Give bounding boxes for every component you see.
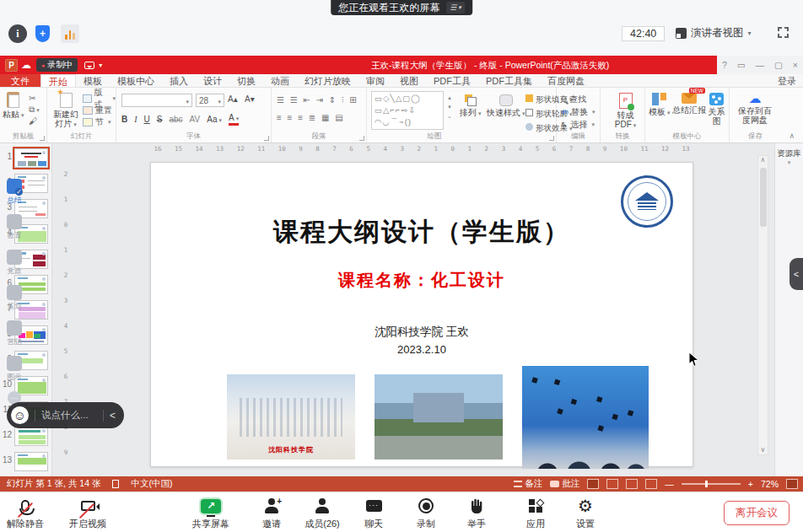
slideshow-view-button[interactable] (645, 479, 657, 489)
reading-view-button[interactable] (626, 479, 638, 489)
meeting-chat-bubble[interactable]: ☺ 说点什么... < (7, 402, 124, 428)
resource-item-marketing[interactable]: 营销 (0, 320, 29, 347)
shapes-gallery[interactable]: ▭◇╲△▢◯ ▭△⌐⌐⇨⇩ ◠◡⌒~() (371, 91, 444, 130)
restore-button[interactable]: ▢ (774, 60, 783, 70)
caret-down-icon[interactable]: ▾ (775, 159, 803, 166)
arrange-button[interactable]: 排列 (460, 94, 482, 117)
new-slide-button[interactable]: 新建幻灯片 (51, 93, 80, 128)
tab-animations[interactable]: 动画 (263, 74, 297, 87)
share-screen-button[interactable]: ↗ 共享屏幕 (181, 496, 241, 530)
font-color-button[interactable]: A (229, 113, 239, 126)
security-shield-icon[interactable]: + (35, 25, 50, 42)
drawing-dialog-launcher[interactable] (549, 136, 554, 141)
cut-button[interactable]: ✂ (29, 93, 40, 104)
underline-button[interactable]: U (144, 115, 150, 124)
bold-button[interactable]: B (121, 115, 127, 124)
normal-view-button[interactable] (587, 479, 599, 489)
slide-thumbnail-1[interactable] (14, 148, 48, 168)
resource-item-diagram[interactable]: 图示 (0, 356, 29, 383)
font-dialog-launcher[interactable] (264, 136, 269, 141)
scroll-up-icon[interactable]: ∧ (761, 156, 766, 164)
paste-button[interactable]: 粘贴 (3, 92, 24, 119)
tab-file[interactable]: 文件 (0, 74, 40, 87)
zoom-slider[interactable] (682, 483, 741, 485)
tab-template-center[interactable]: 模板中心 (110, 74, 162, 87)
quick-styles-button[interactable]: 快速样式 (487, 94, 525, 117)
find-button[interactable]: 查找 (561, 93, 595, 105)
scrollbar-thumb[interactable] (760, 168, 767, 227)
emoji-icon[interactable]: ☺ (11, 406, 29, 424)
template-button[interactable]: 模板 (649, 93, 671, 116)
relation-chart-button[interactable]: 关系图 (704, 93, 729, 126)
grow-font-button[interactable]: A▴ (228, 94, 238, 104)
cloud-save-icon[interactable]: ☁ (21, 59, 31, 71)
copy-button[interactable]: ⧉ (29, 104, 40, 116)
fit-to-window-button[interactable] (786, 479, 798, 489)
section-button[interactable]: 节 (83, 116, 116, 128)
settings-button[interactable]: ⚙ 设置 (555, 496, 616, 530)
minimize-button[interactable]: — (756, 60, 765, 70)
collapse-chat-icon[interactable]: < (110, 410, 116, 422)
select-button[interactable]: ↖选择 (561, 118, 595, 131)
slide-canvas[interactable]: 课程大纲设计（学生版） 课程名称：化工设计 沈阳科技学院 王欢 2023.2.1… (150, 162, 693, 467)
paragraph-row1-icons[interactable]: ☰ ☰ ⇤ ⇥ ⇕ ⫶ ⊞ (277, 95, 358, 105)
notes-button[interactable]: 备注 (514, 478, 542, 490)
slide-scrollbar[interactable]: ∧ ∨ (757, 155, 768, 455)
start-video-button[interactable]: 开启视频 (57, 496, 118, 530)
tab-insert[interactable]: 插入 (162, 74, 196, 87)
thumbnail-row[interactable]: 1 (0, 148, 52, 170)
scroll-down-icon[interactable]: ∨ (758, 446, 768, 454)
resource-item-summary[interactable]: 总结 (0, 179, 29, 206)
resource-item-education[interactable]: 教育 (0, 214, 29, 241)
language-indicator[interactable]: 中文(中国) (131, 478, 172, 490)
network-stats-icon[interactable] (61, 24, 79, 43)
view-mode-selector[interactable]: 演讲者视图 ▾ (676, 26, 752, 40)
thumbnail-row[interactable]: 13 (0, 452, 52, 474)
tab-template[interactable]: 模板 (76, 74, 110, 87)
raise-hand-button[interactable]: 举手 (446, 496, 507, 530)
resource-item-planning[interactable]: 策划 (0, 285, 29, 312)
banner-menu-icon[interactable]: ☰▾ (446, 2, 465, 13)
font-name-combobox[interactable] (121, 94, 192, 107)
help-button[interactable]: ? (722, 60, 727, 70)
login-link[interactable]: 登录 (778, 74, 796, 88)
tab-slideshow[interactable]: 幻灯片放映 (297, 74, 358, 87)
tab-home[interactable]: 开始 (40, 74, 76, 87)
paragraph-dialog-launcher[interactable] (359, 136, 364, 141)
tab-pdf-tools[interactable]: PDF工具 (426, 74, 478, 87)
comments-button[interactable]: 批注 (550, 478, 579, 490)
format-painter-button[interactable]: 🖌 (29, 116, 40, 126)
layout-button[interactable]: 版式 (83, 93, 116, 105)
slide-thumbnail-13[interactable] (14, 452, 48, 471)
char-spacing-button[interactable]: A︎V (190, 115, 201, 124)
zoom-in-button[interactable]: + (748, 479, 753, 489)
comment-quick-icon[interactable] (84, 62, 94, 69)
strikethrough-button[interactable]: abc (169, 115, 182, 124)
collapse-ribbon-button[interactable]: ∧ (789, 132, 795, 140)
fullscreen-icon[interactable] (778, 27, 789, 38)
change-case-button[interactable]: Aa (207, 115, 222, 124)
shadow-button[interactable]: S (157, 115, 163, 124)
leave-meeting-button[interactable]: 离开会议 (724, 501, 790, 525)
italic-button[interactable]: I (134, 115, 137, 124)
tab-baidu-pan[interactable]: 百度网盘 (540, 74, 592, 87)
spellcheck-icon[interactable] (112, 480, 119, 488)
unmute-button[interactable]: 解除静音 (0, 496, 56, 530)
tab-pdf-toolset[interactable]: PDF工具集 (478, 74, 540, 87)
shapes-scroll-buttons[interactable]: ▴▾⌄ (445, 93, 454, 121)
thumbnail-row[interactable]: 12 (0, 427, 52, 449)
meeting-info-icon[interactable]: i (8, 24, 27, 43)
summary-report-button[interactable]: NEW 总结汇报 (672, 93, 706, 115)
zoom-level[interactable]: 72% (761, 479, 779, 489)
resource-item-party[interactable]: 党政 (0, 250, 29, 277)
slide-thumbnail-12[interactable] (14, 427, 48, 446)
tab-view[interactable]: 视图 (392, 74, 426, 87)
zoom-out-button[interactable]: — (665, 479, 674, 489)
zoom-slider-thumb[interactable] (705, 481, 708, 487)
paragraph-row2-icons[interactable]: ≡ ≡ ≡ ≣ ▦ ▤ (277, 113, 345, 122)
reset-button[interactable]: 重置 (83, 105, 116, 116)
clipboard-dialog-launcher[interactable] (40, 136, 45, 141)
panel-collapse-tab[interactable]: < (790, 258, 803, 290)
shrink-font-button[interactable]: A▾ (245, 94, 255, 104)
tab-transitions[interactable]: 切换 (229, 74, 263, 87)
